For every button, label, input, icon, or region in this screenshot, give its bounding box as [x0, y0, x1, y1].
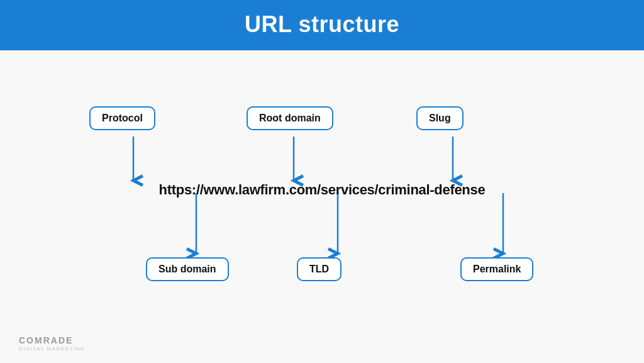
watermark: COMRADE DIGITAL MARKETING [19, 335, 86, 352]
sub-domain-box: Sub domain [146, 257, 229, 281]
diagram-wrapper: https://www.lawfirm.com/services/crimina… [52, 87, 592, 327]
tld-box: TLD [297, 257, 341, 281]
protocol-box: Protocol [89, 106, 155, 130]
page-title: URL structure [245, 11, 399, 38]
root-domain-box: Root domain [247, 106, 333, 130]
watermark-brand: COMRADE [19, 335, 86, 345]
watermark-sub: DIGITAL MARKETING [19, 346, 86, 352]
header-bar: URL structure [0, 0, 644, 50]
main-content: https://www.lawfirm.com/services/crimina… [0, 50, 644, 363]
url-display: https://www.lawfirm.com/services/crimina… [159, 182, 486, 198]
slug-box: Slug [416, 106, 464, 130]
permalink-box: Permalink [460, 257, 533, 281]
